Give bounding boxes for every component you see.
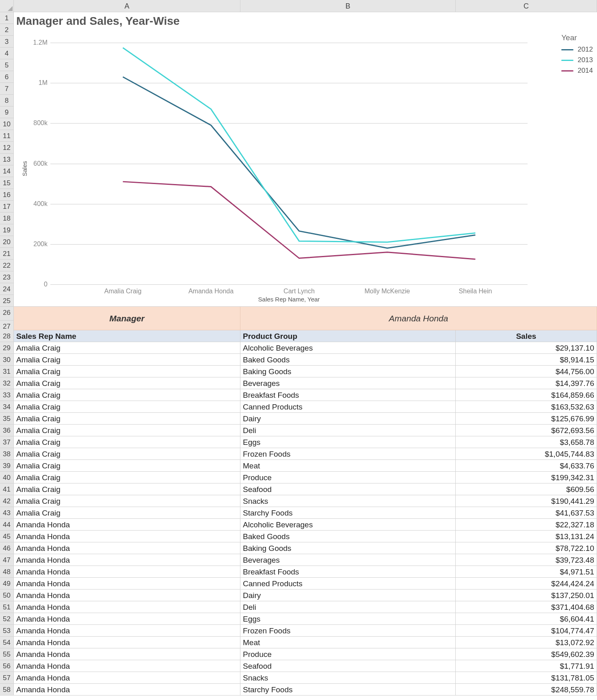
cell-product-group[interactable]: Beverages bbox=[240, 554, 456, 566]
cell-sales-rep[interactable]: Amanda Honda bbox=[14, 542, 240, 554]
cell-product-group[interactable]: Frozen Foods bbox=[240, 448, 456, 459]
cell-product-group[interactable]: Produce bbox=[240, 472, 456, 483]
row-header[interactable]: 45 bbox=[0, 531, 14, 542]
row-header[interactable]: 13 bbox=[0, 154, 14, 165]
cell-sales[interactable]: $244,424.24 bbox=[456, 578, 597, 589]
cell-product-group[interactable]: Dairy bbox=[240, 589, 456, 601]
cell-sales-rep[interactable]: Amanda Honda bbox=[14, 601, 240, 613]
cell-product-group[interactable]: Seafood bbox=[240, 483, 456, 495]
cell-product-group[interactable]: Deli bbox=[240, 601, 456, 613]
cell-product-group[interactable]: Snacks bbox=[240, 495, 456, 507]
manager-value-cell[interactable]: Amanda Honda bbox=[240, 307, 597, 330]
row-header[interactable]: 47 bbox=[0, 554, 14, 566]
cell-product-group[interactable]: Produce bbox=[240, 648, 456, 660]
column-header-B[interactable]: B bbox=[240, 0, 456, 12]
cell-sales-rep[interactable]: Amalia Craig bbox=[14, 401, 240, 412]
row-header[interactable]: 35 bbox=[0, 413, 14, 425]
row-header[interactable]: 36 bbox=[0, 425, 14, 436]
cell-product-group[interactable]: Alcoholic Beverages bbox=[240, 519, 456, 530]
row-header[interactable]: 7 bbox=[0, 83, 14, 95]
legend-item[interactable]: 2014 bbox=[561, 67, 593, 75]
column-header-A[interactable]: A bbox=[14, 0, 240, 12]
row-header[interactable]: 48 bbox=[0, 566, 14, 578]
row-header[interactable]: 38 bbox=[0, 448, 14, 460]
row-header[interactable]: 4 bbox=[0, 48, 14, 59]
cell-sales-rep[interactable]: Amanda Honda bbox=[14, 648, 240, 660]
row-header[interactable]: 34 bbox=[0, 401, 14, 413]
cell-sales-rep[interactable]: Amalia Craig bbox=[14, 483, 240, 495]
row-header[interactable]: 40 bbox=[0, 472, 14, 483]
cell-sales[interactable]: $14,397.76 bbox=[456, 377, 597, 389]
cell-sales-rep[interactable]: Amanda Honda bbox=[14, 613, 240, 624]
manager-label-cell[interactable]: Manager bbox=[14, 307, 240, 330]
row-header[interactable]: 32 bbox=[0, 377, 14, 389]
cell-sales[interactable]: $131,781.05 bbox=[456, 672, 597, 683]
row-header[interactable]: 10 bbox=[0, 118, 14, 130]
row-header[interactable]: 5 bbox=[0, 59, 14, 71]
cell-sales[interactable]: $371,404.68 bbox=[456, 601, 597, 613]
row-header[interactable]: 30 bbox=[0, 354, 14, 366]
cell-sales-rep[interactable]: Amalia Craig bbox=[14, 448, 240, 459]
cell-sales-rep[interactable]: Amanda Honda bbox=[14, 566, 240, 577]
cell-sales[interactable]: $4,971.51 bbox=[456, 566, 597, 577]
cell-product-group[interactable]: Baked Goods bbox=[240, 354, 456, 365]
cell-product-group[interactable]: Dairy bbox=[240, 413, 456, 424]
cell-sales[interactable]: $78,722.10 bbox=[456, 542, 597, 554]
cell-product-group[interactable]: Baking Goods bbox=[240, 542, 456, 554]
row-header[interactable]: 2 bbox=[0, 24, 14, 36]
cell-product-group[interactable]: Eggs bbox=[240, 436, 456, 448]
cell-sales[interactable]: $1,771.91 bbox=[456, 660, 597, 672]
cell-sales-rep[interactable]: Amanda Honda bbox=[14, 660, 240, 672]
cell-sales[interactable]: $549,602.39 bbox=[456, 648, 597, 660]
row-header[interactable]: 11 bbox=[0, 130, 14, 142]
cell-sales-rep[interactable]: Amalia Craig bbox=[14, 472, 240, 483]
cell-sales[interactable]: $125,676.99 bbox=[456, 413, 597, 424]
cell-sales-rep[interactable]: Amalia Craig bbox=[14, 342, 240, 353]
cell-sales-rep[interactable]: Amanda Honda bbox=[14, 554, 240, 566]
cell-sales-rep[interactable]: Amanda Honda bbox=[14, 531, 240, 542]
cell-sales-rep[interactable]: Amanda Honda bbox=[14, 578, 240, 589]
row-header[interactable]: 6 bbox=[0, 71, 14, 83]
row-header[interactable]: 19 bbox=[0, 224, 14, 236]
header-sales[interactable]: Sales bbox=[456, 330, 597, 342]
cell-product-group[interactable]: Baked Goods bbox=[240, 531, 456, 542]
cell-product-group[interactable]: Meat bbox=[240, 460, 456, 471]
row-header[interactable]: 49 bbox=[0, 578, 14, 589]
row-header[interactable]: 25 bbox=[0, 295, 14, 307]
cell-product-group[interactable]: Alcoholic Beverages bbox=[240, 342, 456, 353]
cell-product-group[interactable]: Canned Products bbox=[240, 578, 456, 589]
cell-sales[interactable]: $41,637.53 bbox=[456, 507, 597, 518]
row-header[interactable]: 15 bbox=[0, 177, 14, 189]
cell-sales[interactable]: $44,756.00 bbox=[456, 366, 597, 377]
row-header[interactable]: 50 bbox=[0, 589, 14, 601]
cell-sales-rep[interactable]: Amalia Craig bbox=[14, 436, 240, 448]
row-header[interactable]: 54 bbox=[0, 637, 14, 648]
cell-sales-rep[interactable]: Amanda Honda bbox=[14, 589, 240, 601]
row-header[interactable]: 8 bbox=[0, 95, 14, 106]
cell-sales-rep[interactable]: Amalia Craig bbox=[14, 495, 240, 507]
cell-sales-rep[interactable]: Amalia Craig bbox=[14, 354, 240, 365]
cell-sales-rep[interactable]: Amanda Honda bbox=[14, 684, 240, 695]
cell-product-group[interactable]: Frozen Foods bbox=[240, 625, 456, 636]
row-header[interactable]: 53 bbox=[0, 625, 14, 637]
row-header[interactable]: 20 bbox=[0, 236, 14, 248]
cell-sales[interactable]: $248,559.78 bbox=[456, 684, 597, 695]
row-header[interactable]: 9 bbox=[0, 106, 14, 118]
cell-product-group[interactable]: Beverages bbox=[240, 377, 456, 389]
row-header[interactable]: 16 bbox=[0, 189, 14, 201]
cell-sales[interactable]: $6,604.41 bbox=[456, 613, 597, 624]
cell-product-group[interactable]: Starchy Foods bbox=[240, 684, 456, 695]
row-header[interactable]: 58 bbox=[0, 684, 14, 696]
cell-sales-rep[interactable]: Amanda Honda bbox=[14, 625, 240, 636]
cell-sales[interactable]: $163,532.63 bbox=[456, 401, 597, 412]
select-all-corner[interactable] bbox=[0, 0, 14, 12]
cell-sales-rep[interactable]: Amanda Honda bbox=[14, 519, 240, 530]
legend-item[interactable]: 2012 bbox=[561, 46, 593, 54]
cell-sales[interactable]: $137,250.01 bbox=[456, 589, 597, 601]
row-header[interactable]: 31 bbox=[0, 366, 14, 377]
cell-product-group[interactable]: Meat bbox=[240, 637, 456, 648]
header-product-group[interactable]: Product Group bbox=[240, 330, 456, 342]
row-header[interactable]: 51 bbox=[0, 601, 14, 613]
chart-object[interactable]: Manager and Sales, Year-Wise Sales Sales… bbox=[14, 12, 597, 307]
row-header[interactable]: 22 bbox=[0, 260, 14, 271]
